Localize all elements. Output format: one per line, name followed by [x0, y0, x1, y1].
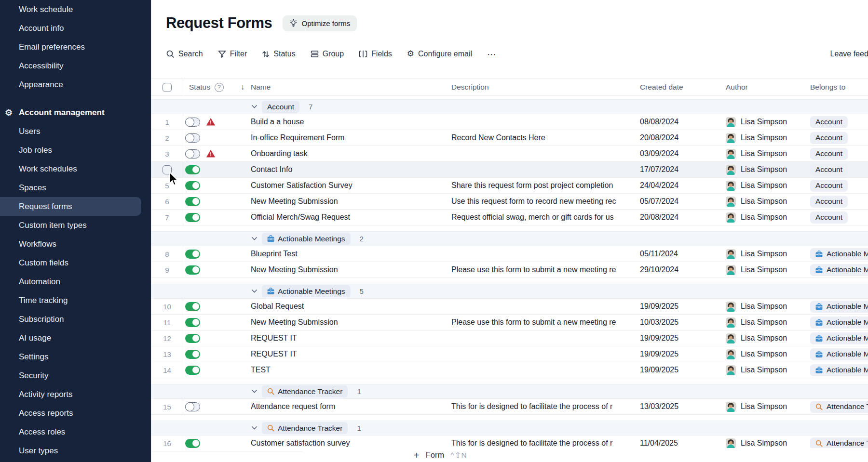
sort-descending-icon[interactable]: ↓	[241, 82, 245, 92]
column-header-created-date[interactable]: Created date	[635, 79, 722, 95]
sidebar-item-subscription[interactable]: Subscription	[0, 310, 151, 329]
group-chip[interactable]: Account	[262, 101, 299, 113]
table-row[interactable]: 10Global Request19/09/2025Lisa SimpsonAc…	[151, 299, 868, 315]
sidebar-item-access-roles[interactable]: Access roles	[0, 422, 151, 441]
help-icon[interactable]: ?	[215, 83, 224, 92]
status-toggle[interactable]	[185, 402, 200, 411]
sidebar-item-account-info[interactable]: Account info	[0, 19, 151, 38]
group-header-row[interactable]: Actionable Meetings2	[151, 231, 868, 246]
status-toggle[interactable]	[185, 165, 200, 174]
sidebar-item-work-schedule[interactable]: Work schedule	[0, 0, 151, 19]
table-row[interactable]: 7Official Merch/Swag RequestRequest offi…	[151, 210, 868, 225]
group-header-row[interactable]: Actionable Meetings5	[151, 284, 868, 299]
chevron-down-icon[interactable]	[251, 289, 258, 293]
sidebar-item-users[interactable]: Users	[0, 122, 151, 141]
belongs-chip[interactable]: Account	[810, 132, 848, 144]
sidebar-item-ai-usage[interactable]: AI usage	[0, 329, 151, 347]
status-toggle[interactable]	[185, 265, 200, 275]
table-row[interactable]: 9New Meeting SubmissionPlease use this f…	[151, 262, 868, 278]
configure-email-button[interactable]: ⚙Configure email	[407, 50, 472, 58]
table-row[interactable]: 6New Meeting SubmissionUse this request …	[151, 194, 868, 210]
row-checkbox[interactable]	[163, 165, 172, 174]
belongs-chip[interactable]: Actionable Meetings	[810, 301, 868, 313]
sidebar-item-email-preferences[interactable]: Email preferences	[0, 38, 151, 56]
table-row[interactable]: 1Build a a house08/08/2024Lisa SimpsonAc…	[151, 114, 868, 130]
belongs-chip[interactable]: Account	[810, 116, 848, 128]
status-toggle[interactable]	[185, 133, 200, 143]
column-header-belongs-to[interactable]: Belongs to	[806, 79, 868, 95]
status-toggle[interactable]	[185, 250, 200, 259]
chevron-down-icon[interactable]	[251, 105, 258, 109]
belongs-chip[interactable]: Account	[810, 196, 848, 208]
add-form-label[interactable]: Form	[426, 450, 445, 460]
filter-button[interactable]: Filter	[218, 50, 247, 58]
status-toggle[interactable]	[185, 149, 200, 158]
group-button[interactable]: Group	[311, 50, 344, 58]
belongs-chip[interactable]: Attendance Tracker	[810, 437, 868, 449]
status-button[interactable]: Status	[262, 50, 295, 58]
group-header-row[interactable]: Attendance Tracker1	[151, 421, 868, 436]
group-chip[interactable]: Attendance Tracker	[262, 385, 348, 397]
belongs-chip[interactable]: Account	[810, 211, 848, 224]
belongs-chip[interactable]: Account	[810, 164, 848, 176]
status-toggle[interactable]	[185, 213, 200, 222]
sidebar-item-appearance[interactable]: Appearance	[0, 75, 151, 94]
belongs-chip[interactable]: Actionable Meetings	[810, 248, 868, 260]
column-header-name[interactable]: Name	[250, 79, 449, 95]
sidebar-item-activity-reports[interactable]: Activity reports	[0, 385, 151, 404]
sidebar-item-custom-item-types[interactable]: Custom item types	[0, 216, 151, 235]
table-row[interactable]: 12REQUEST IT19/09/2025Lisa SimpsonAction…	[151, 330, 868, 346]
select-all-checkbox[interactable]	[163, 83, 172, 92]
group-header-row[interactable]: Attendance Tracker1	[151, 384, 868, 399]
group-chip[interactable]: Actionable Meetings	[262, 233, 351, 245]
chevron-down-icon[interactable]	[251, 389, 258, 394]
group-header-row[interactable]: Account7	[151, 99, 868, 114]
status-toggle[interactable]	[185, 197, 200, 206]
search-button[interactable]: Search	[166, 50, 203, 58]
fields-button[interactable]: Fields	[359, 50, 392, 58]
belongs-chip[interactable]: Actionable Meetings	[810, 364, 868, 376]
add-form-bar[interactable]: + Form ^⇧N	[303, 448, 868, 462]
leave-feedback-link[interactable]: Leave feedback	[830, 50, 868, 58]
sidebar-item-time-tracking[interactable]: Time tracking	[0, 291, 151, 310]
sidebar-item-spaces[interactable]: Spaces	[0, 178, 151, 197]
column-header-status[interactable]: Status ? ↓	[183, 79, 250, 95]
table-row[interactable]: 15Attendance request formThis for is des…	[151, 399, 868, 415]
column-header-description[interactable]: Description	[449, 79, 635, 95]
status-toggle[interactable]	[185, 181, 200, 190]
status-toggle[interactable]	[185, 439, 200, 448]
sidebar-item-request-forms[interactable]: Request forms	[0, 197, 141, 216]
status-toggle[interactable]	[185, 318, 200, 327]
belongs-chip[interactable]: Actionable Meetings	[810, 348, 868, 360]
table-row[interactable]: 2In-office Requirement FormRecord New Co…	[151, 130, 868, 146]
table-row[interactable]: 11New Meeting SubmissionPlease use this …	[151, 315, 868, 330]
more-button[interactable]: ⋯	[487, 49, 497, 60]
status-toggle[interactable]	[185, 366, 200, 375]
table-row[interactable]: 8Blueprint Test05/11/2024Lisa SimpsonAct…	[151, 246, 868, 262]
belongs-chip[interactable]: Account	[810, 180, 848, 192]
belongs-chip[interactable]: Actionable Meetings	[810, 317, 868, 329]
sidebar-item-settings[interactable]: Settings	[0, 347, 151, 366]
sidebar-item-custom-fields[interactable]: Custom fields	[0, 253, 151, 272]
chevron-down-icon[interactable]	[251, 237, 258, 241]
group-chip[interactable]: Attendance Tracker	[262, 422, 348, 434]
column-header-author[interactable]: Author	[722, 79, 806, 95]
sidebar-item-access-reports[interactable]: Access reports	[0, 404, 151, 422]
status-toggle[interactable]	[185, 118, 200, 127]
sidebar-item-workflows[interactable]: Workflows	[0, 235, 151, 253]
sidebar-item-automation[interactable]: Automation	[0, 272, 151, 291]
group-chip[interactable]: Actionable Meetings	[262, 285, 351, 297]
status-toggle[interactable]	[185, 302, 200, 311]
sidebar-item-user-types[interactable]: User types	[0, 441, 151, 460]
sidebar-item-job-roles[interactable]: Job roles	[0, 141, 151, 159]
plus-icon[interactable]: +	[414, 450, 420, 460]
sidebar-section-account-management[interactable]: ⚙Account management	[0, 103, 151, 122]
table-row[interactable]: Contact Info17/07/2024Lisa SimpsonAccoun…	[151, 162, 868, 178]
table-row[interactable]: 3Onboarding task03/09/2024Lisa SimpsonAc…	[151, 146, 868, 162]
sidebar-item-work-schedules[interactable]: Work schedules	[0, 159, 151, 178]
table-row[interactable]: 5Customer Satisfaction SurveyShare this …	[151, 178, 868, 194]
belongs-chip[interactable]: Account	[810, 148, 848, 160]
status-toggle[interactable]	[185, 334, 200, 343]
status-toggle[interactable]	[185, 350, 200, 359]
belongs-chip[interactable]: Actionable Meetings	[810, 332, 868, 344]
